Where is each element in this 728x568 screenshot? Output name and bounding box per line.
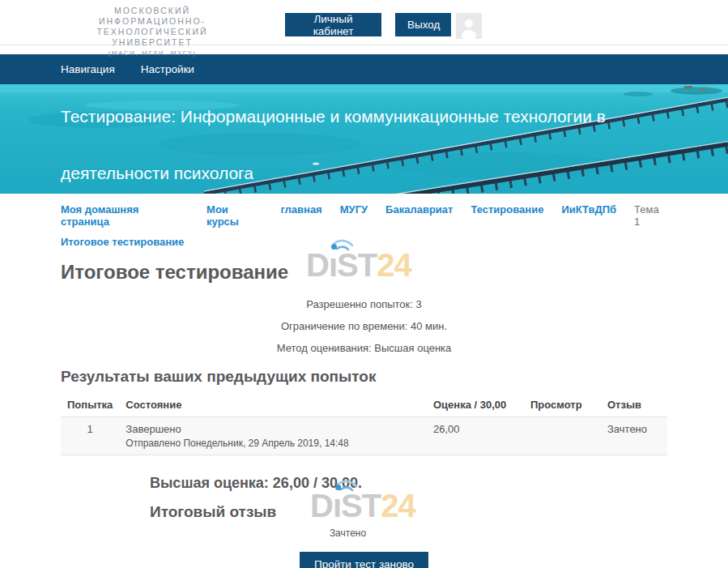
nav-item-navigation[interactable]: Навигация [61,63,115,75]
breadcrumb-link-iiktvdpb[interactable]: ИиКТвДПб [561,203,616,228]
retake-button-container: Пройти тест заново [61,552,667,568]
quiz-info: Разрешенно попыток: 3 Ограничение по вре… [61,293,667,359]
main-navbar: Навигация Настройки [0,54,728,84]
person-icon [458,17,479,39]
col-header-review: Просмотр [524,393,601,417]
attempt-review-cell [524,417,601,455]
col-header-feedback: Отзыв [601,393,667,417]
breadcrumb-link-my-courses[interactable]: Мои курсы [206,203,262,228]
col-header-attempt: Попытка [61,393,119,417]
breadcrumb-link-main[interactable]: главная [280,203,321,228]
breadcrumb: Моя домашняя страница Мои курсы главная … [61,203,667,228]
page-hero-title: Тестирование: Информационные и коммуника… [61,88,615,194]
personal-cabinet-button[interactable]: Личный кабинет [285,13,381,36]
breadcrumb-link-home[interactable]: Моя домашняя страница [61,203,189,228]
university-logo: МОСКОВСКИЙ ИНФОРМАЦИОННО-ТЕХНОЛОГИЧЕСКИЙ… [50,6,254,58]
quiz-title: Итоговое тестирование [61,261,667,284]
breadcrumb-link-final-test[interactable]: Итоговое тестирование [61,236,184,248]
attempt-grade-cell: 26,00 [427,417,524,455]
user-avatar[interactable] [456,13,482,39]
results-heading: Результаты ваших предыдущих попыток [61,367,667,386]
attempt-submitted-detail: Отправлено Понедельник, 29 Апрель 2019, … [126,438,420,449]
best-grade-text: Высшая оценка: 26,00 / 30,00. [150,475,667,492]
col-header-grade: Оценка / 30,00 [427,393,524,417]
final-feedback-value: Зачтено [61,527,635,539]
attempts-allowed-text: Разрешенно попыток: 3 [61,293,667,315]
main-content: DıST24 DıST24 Моя домашняя страница Мои … [0,203,728,568]
final-feedback-heading: Итоговый отзыв [150,503,667,521]
attempt-state-cell: Завершено Отправлено Понедельник, 29 Апр… [119,417,427,455]
breadcrumb-row2: Итоговое тестирование [61,236,667,248]
final-grade-block: Высшая оценка: 26,00 / 30,00. Итоговый о… [150,475,667,521]
attempts-table-body: 1 Завершено Отправлено Понедельник, 29 А… [61,417,667,455]
breadcrumb-link-mugu[interactable]: МУГУ [340,203,368,228]
col-header-state: Состояние [119,393,427,417]
logo-line: МОСКОВСКИЙ [50,6,254,16]
retake-quiz-button[interactable]: Пройти тест заново [300,552,428,568]
logo-line: ИНФОРМАЦИОННО-ТЕХНОЛОГИЧЕСКИЙ [50,16,254,37]
attempt-feedback-cell: Зачтено [601,417,667,455]
breadcrumb-link-testing[interactable]: Тестирование [470,203,543,228]
logo-line: УНИВЕРСИТЕТ [50,37,254,48]
attempts-table-head: Попытка Состояние Оценка / 30,00 Просмот… [61,393,667,417]
hero-banner: Тестирование: Информационные и коммуника… [0,84,728,194]
attempt-number-cell: 1 [61,417,119,455]
breadcrumb-item-topic1: Тема 1 [634,203,667,228]
logout-button[interactable]: Выход [395,13,451,36]
grading-method-text: Метод оценивания: Высшая оценка [61,337,667,359]
logo-line: (МАСИ, МГЛИ, МУГУ) [50,49,254,58]
breadcrumb-link-bachelor[interactable]: Бакалавриат [385,203,453,228]
nav-item-settings[interactable]: Настройки [141,63,194,75]
table-header-row: Попытка Состояние Оценка / 30,00 Просмот… [61,393,667,417]
attempt-state: Завершено [126,423,420,435]
time-limit-text: Ограничение по времени: 40 мин. [61,315,667,337]
attempt-row: 1 Завершено Отправлено Понедельник, 29 А… [61,417,667,455]
attempts-table: Попытка Состояние Оценка / 30,00 Просмот… [61,393,667,455]
site-header: МОСКОВСКИЙ ИНФОРМАЦИОННО-ТЕХНОЛОГИЧЕСКИЙ… [0,0,728,45]
